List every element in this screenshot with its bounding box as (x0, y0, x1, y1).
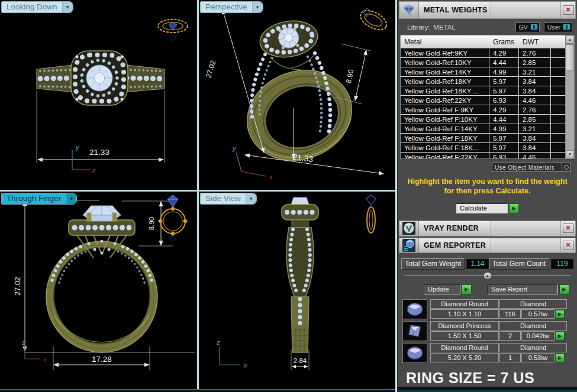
user-toggle[interactable]: User (544, 22, 572, 32)
gem-row[interactable]: Diamond Princess 1.50 X 1.50 Diamond 2 0… (402, 321, 572, 341)
svg-text:8.90: 8.90 (344, 69, 356, 84)
save-report-button[interactable]: Save Report ▶ (487, 284, 569, 294)
grams-cell: 5.97 (489, 143, 519, 152)
close-icon[interactable]: ✕ (563, 241, 574, 250)
gem-total-weight: 0.042tw (521, 331, 555, 341)
viewport-through-finger[interactable]: Through Finger ▼ (0, 192, 197, 389)
table-header[interactable]: Metal Grams DWT (401, 35, 565, 48)
svg-text:27.02: 27.02 (204, 59, 217, 79)
user-indicator-icon (563, 24, 570, 30)
metal-name-cell: Yellow Gold-Ref:9KY (401, 48, 489, 57)
grams-cell: 4.29 (489, 48, 519, 57)
panel-title: GEM REPORTER (419, 238, 491, 253)
metal-name-cell: Yellow Gold-Ref:10KY (401, 58, 489, 67)
close-icon[interactable]: ✕ (563, 223, 574, 233)
metal-table-row[interactable]: Yellow Gold-Ref:18KY ... 5.97 3.84 (401, 86, 565, 96)
gem-material: Diamond (499, 343, 567, 352)
dimension-2-84: 2.84 (291, 350, 309, 370)
go-arrow-icon[interactable]: ▶ (462, 284, 472, 294)
metal-name-cell: Yellow Gold-Ref F:18KY (401, 134, 489, 142)
axis-indicator: z y (216, 339, 248, 368)
go-arrow-icon[interactable]: ▶ (555, 332, 565, 341)
svg-text:21.33: 21.33 (89, 148, 109, 157)
metal-name-cell: Yellow Gold-Ref F:14KY (401, 124, 489, 133)
svg-text:x: x (269, 173, 273, 180)
viewport-side-view[interactable]: Side View ▼ (199, 192, 395, 389)
ring-top-view: 21.33 y x (0, 0, 197, 190)
close-icon[interactable]: ✕ (563, 5, 574, 15)
grams-cell: 6.93 (489, 96, 519, 105)
gem-total-weight: 0.57tw (521, 309, 555, 319)
radio-icon[interactable] (562, 163, 570, 171)
metal-table-row[interactable]: Yellow Gold-Ref:18KY 5.97 3.84 (401, 77, 565, 86)
metal-name-cell: Yellow Gold-Ref F:10KY (401, 115, 489, 124)
gem-name: Diamond Round (430, 299, 499, 309)
gem-shape-icon (402, 299, 427, 319)
svg-text:8.90: 8.90 (148, 217, 155, 230)
grams-cell: 4.99 (489, 67, 519, 76)
ring-perspective-view: 27.02 8.90 21.33 y x (199, 0, 395, 190)
dwt-cell: 2.85 (519, 58, 551, 67)
metal-weights-header[interactable]: METAL WEIGHTS ✕ (399, 1, 576, 19)
go-arrow-icon[interactable]: ▶ (555, 354, 565, 362)
scroll-down-icon[interactable]: ▼ (566, 150, 574, 158)
gem-row[interactable]: Diamond Round 5.20 X 5.20 Diamond 1 0.53… (402, 343, 572, 363)
vray-render-header[interactable]: VRAY RENDER ✕ (399, 221, 576, 237)
metal-table-row[interactable]: Yellow Gold-Ref F:10KY 4.44 2.85 (401, 115, 565, 124)
library-value: METAL (433, 24, 456, 31)
dwt-cell: 3.84 (519, 86, 551, 95)
gem-totals-row: Total Gem Weight 1.14 Total Gem Count 11… (401, 258, 573, 270)
viewport-tab-perspective[interactable]: Perspective ▼ (200, 1, 263, 13)
svg-text:z: z (216, 339, 220, 346)
calculate-hint: Highlight the item you want to find the … (398, 177, 577, 196)
svg-text:y: y (75, 144, 80, 151)
dwt-cell: 3.21 (519, 67, 551, 76)
gem-reporter-header[interactable]: GEM REPORTER ✕ (399, 238, 576, 254)
collapse-up-icon[interactable]: ▲ (483, 272, 492, 280)
svg-text:17.28: 17.28 (92, 355, 112, 364)
gv-toggle[interactable]: GV (515, 22, 540, 32)
ring-size-label: RING SIZE = 7 US (406, 370, 577, 387)
gem-list: Diamond Round 1.10 X 1.10 Diamond 116 0.… (398, 299, 577, 365)
metal-table-row[interactable]: Yellow Gold-Ref:22KY 6.93 4.46 (401, 96, 565, 105)
go-arrow-icon[interactable]: ▶ (555, 310, 565, 319)
metal-table-row[interactable]: Yellow Gold-Ref F:18K... 5.97 3.84 (401, 143, 565, 153)
header-handle (491, 2, 561, 18)
viewport-looking-down[interactable]: Looking Down ▼ (0, 0, 197, 190)
update-button[interactable]: Update ▶ (424, 284, 472, 294)
table-scrollbar[interactable]: ▲ ▼ (565, 35, 574, 158)
metal-table-row[interactable]: Yellow Gold-Ref F:22KY 6.93 4.46 (401, 153, 565, 158)
go-arrow-icon[interactable]: ▶ (509, 203, 519, 213)
gem-count: 2 (499, 331, 521, 341)
viewport-tab-label: Looking Down (2, 2, 62, 12)
metal-table-row[interactable]: Yellow Gold-Ref F:14KY 4.99 3.21 (401, 124, 565, 134)
total-gem-count-value: 119 (551, 259, 573, 269)
chevron-down-icon[interactable]: ▼ (246, 193, 256, 204)
panel-title: VRAY RENDER (419, 221, 491, 236)
metal-table-row[interactable]: Yellow Gold-Ref:14KY 4.99 3.21 (401, 67, 565, 77)
viewport-tab-through-finger[interactable]: Through Finger ▼ (1, 193, 77, 205)
viewport-tab-side-view[interactable]: Side View ▼ (200, 193, 257, 205)
viewport-bottom-border (0, 389, 397, 392)
ring-orientation-icon (158, 20, 188, 41)
chevron-down-icon[interactable]: ▼ (66, 193, 76, 204)
metal-table-row[interactable]: Yellow Gold-Ref F:18KY 5.97 3.84 (401, 134, 565, 143)
calculate-button[interactable]: Calculate ▶ (456, 203, 519, 213)
grams-cell: 5.97 (489, 86, 519, 95)
use-object-materials-button[interactable]: Use Object Materials (492, 163, 571, 172)
metal-table-row[interactable]: Yellow Gold-Ref:10KY 4.44 2.85 (401, 58, 565, 67)
viewport-tab-label: Side View (201, 193, 246, 204)
grams-cell: 5.97 (489, 77, 519, 86)
viewport-tab-looking-down[interactable]: Looking Down ▼ (1, 1, 73, 13)
chevron-down-icon[interactable]: ▼ (62, 2, 73, 12)
scroll-up-icon[interactable]: ▲ (566, 35, 574, 44)
scrollbar-thumb[interactable] (566, 44, 574, 70)
metal-table-row[interactable]: Yellow Gold-Ref F:9KY 4.29 2.76 (401, 105, 565, 115)
metal-table-row[interactable]: Yellow Gold-Ref:9KY 4.29 2.76 (401, 48, 565, 58)
dwt-cell: 2.76 (519, 48, 551, 57)
viewport-perspective[interactable]: Perspective ▼ (199, 0, 395, 190)
go-arrow-icon[interactable]: ▶ (559, 284, 569, 294)
gem-row[interactable]: Diamond Round 1.10 X 1.10 Diamond 116 0.… (402, 299, 572, 319)
total-gem-weight-value: 1.14 (466, 259, 489, 269)
chevron-down-icon[interactable]: ▼ (252, 2, 263, 12)
